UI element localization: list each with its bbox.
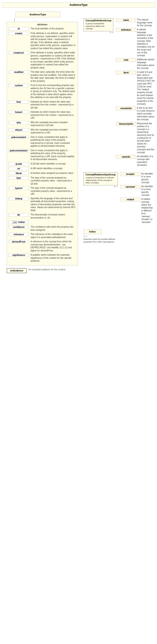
concept-rel-item-desc: A related concept, where the relationshi… [141, 198, 155, 224]
attr-name-box: pubconstraint [9, 136, 29, 139]
attr-desc: If set to true the corresponding propert… [31, 84, 76, 99]
concept-def-item-name: hierarchyInfo [116, 122, 136, 126]
concept-def-item-desc: Additional natural language information … [137, 58, 155, 70]
attr-desc: A qualifier which indicates the expected… [31, 254, 76, 262]
concept-def-item-name: note [116, 58, 136, 62]
attr-desc: One or many constraints that apply to pu… [31, 149, 76, 161]
attr-name-box: relevance [9, 233, 29, 236]
attr-row: whyuriWhy the metadata has been included… [9, 128, 76, 134]
attributes-title: attributes [9, 23, 76, 26]
attr-name-box: howuri [9, 110, 29, 114]
attr-name-box: confidence [9, 226, 29, 229]
other-extension-multiplicity: 0..∞ [84, 235, 87, 237]
attr-desc: A freetext value assigned as property va… [31, 172, 74, 175]
vertical-connector [15, 18, 15, 22]
attr-name-box: whyuri [9, 128, 29, 132]
other-extension-section: #other 0..∞ Extension point for provider… [84, 230, 155, 243]
attr-desc: Indicates by which means the value was e… [31, 110, 76, 120]
attr-row: confidenceThe confidence with which the … [9, 226, 76, 232]
attr-name-box: typeuri [9, 186, 29, 190]
concept-def-container: ConceptDefinitionGroup A group of proper… [84, 18, 113, 34]
attr-desc: The relevance of the metadata to the new… [31, 233, 76, 239]
concept-def-item: remoteInfoA link to an item in a web res… [116, 106, 155, 121]
concept-rel-item-desc: An identifier of a more generic concept. [141, 172, 155, 184]
concept-def-item-name: remoteInfo [116, 106, 136, 110]
concept-def-item-name: definition [116, 28, 136, 32]
attr-row: dirThe directionality of textual content… [9, 213, 76, 219]
concept-def-section: ConceptDefinitionGroup A group of proper… [84, 18, 155, 166]
page: AudienceType AudienceType attributes idT… [0, 0, 157, 644]
attr-desc: One or many constraints that apply to pu… [31, 136, 76, 148]
concept-def-item-desc: The natural language name for the concep… [137, 18, 155, 27]
attr-row: modifiedThe date (and, optionally, the t… [9, 70, 76, 82]
concept-rel-desc: A group of properties to indicate relati… [86, 176, 116, 184]
concept-def-item: facetIn build 5.8 and later, facet is de… [116, 71, 155, 105]
concept-def-item: sameAsAn identifier of a concept with eq… [116, 155, 155, 166]
concept-rel-title: ConceptRelationshipsGroup [86, 174, 116, 176]
concept-rel-item-name: related [120, 198, 140, 202]
concept-def-item-desc: Represents the position of a concept in … [137, 122, 155, 154]
attr-row: derivedFromA reference to the concept fr… [9, 240, 76, 252]
attr-name-box: type [9, 176, 29, 180]
attr-row: customIf set to true the corresponding p… [9, 84, 76, 99]
concept-def-item: hierarchyInfoRepresents the position of … [116, 122, 155, 154]
other-extension-box: #other [84, 230, 101, 234]
concept-def-item-desc: In build 5.8 and later, facet is depreca… [137, 71, 155, 105]
concept-rel-items: broaderAn identifier of a more generic c… [120, 172, 155, 224]
concept-def-item-desc: An identifier of a concept with equivale… [137, 155, 155, 166]
attr-name-box: imlang [9, 197, 29, 200]
attr-row: relevanceThe relevance of the metadata t… [9, 233, 76, 239]
page-title: AudienceType [2, 2, 155, 8]
attr-name-box: use#other [9, 220, 29, 224]
other-extension-desc: Extension point for provider-defined pro… [84, 238, 119, 243]
attr-name-box: uri [9, 167, 29, 170]
attr-name-box: creator [9, 32, 29, 35]
concept-def-title: ConceptDefinitionGroup [86, 19, 111, 22]
attr-row: significanceA qualifier which indicates … [9, 254, 76, 262]
attr-name-box: id [9, 27, 29, 30]
attr-row: howuriIndicates by which means the value… [9, 110, 76, 120]
concept-rel-item: narrowerAn identifier of a more specific… [120, 185, 155, 196]
attr-desc: Why the metadata has been included - exp… [31, 121, 76, 127]
concept-def-item-desc: A link to an item in a web resource whic… [137, 106, 155, 121]
attr-row: literalA freetext value assigned as prop… [9, 172, 76, 175]
attr-row: howIndicates by which means the value wa… [9, 100, 76, 109]
attributes-group: attributes idThe local identifier of the… [7, 22, 78, 266]
concept-def-item: definitionA natural language definition … [116, 28, 155, 57]
attr-name-box: derivedFrom [9, 240, 29, 244]
attr-row: creatorIf the attribute is not defined, … [9, 32, 76, 50]
ext-audience-box: extAudience [7, 268, 27, 273]
concept-rel-item-desc: An identifier of a more specific concept… [141, 185, 155, 196]
attr-name-box: significance [9, 254, 29, 257]
attr-desc: The type of the concept assigned as cont… [31, 176, 76, 186]
attr-desc: The type of the concept assigned as cont… [31, 186, 76, 196]
attr-desc: A reference to the concept from which th… [31, 240, 76, 252]
attr-name-box: custom [9, 84, 29, 87]
attr-row: typeuriThe type of the concept assigned … [9, 186, 76, 196]
concept-rel-multiplicity: 0..∞ [84, 186, 118, 188]
attr-name-box: dir [9, 213, 29, 216]
attributes-list: idThe local identifier of the property.c… [9, 27, 76, 262]
attr-row: idThe local identifier of the property. [9, 27, 76, 30]
concept-def-box: ConceptDefinitionGroup A group of proper… [84, 18, 113, 31]
attr-desc: Specifies the language of this element a… [31, 197, 76, 212]
concept-rel-item-name: narrower [120, 185, 140, 189]
attr-row: creatoruriIf the attribute is empty, spe… [9, 51, 76, 69]
concept-rel-container: ConceptRelationshipsGroup A group of pro… [84, 172, 118, 188]
attr-desc: The date (and, optionally, the time) whe… [31, 70, 76, 82]
concept-rel-section: ConceptRelationshipsGroup A group of pro… [84, 172, 155, 224]
attr-name-box: modified [9, 70, 29, 74]
attr-name-box: why [9, 121, 29, 124]
audience-type-box: AudienceType [16, 12, 60, 17]
attr-name-box: how [9, 100, 29, 104]
attr-name-box: creatoruri [9, 51, 29, 54]
attr-desc: The directionality of textual content (e… [31, 213, 76, 219]
attr-name-box: literal [9, 172, 29, 175]
concept-def-item: nameThe natural language name for the co… [116, 18, 155, 27]
attr-name-box: qcode [9, 162, 29, 166]
right-panel: ConceptDefinitionGroup A group of proper… [84, 12, 155, 273]
concept-def-item-name: facet [116, 71, 136, 74]
attr-row: qcodeA QCode which identifies a concept. [9, 162, 76, 166]
attr-row: uriA URI which identifies a concept. [9, 167, 76, 170]
attr-desc: Why the metadata has been included - exp… [31, 128, 76, 134]
